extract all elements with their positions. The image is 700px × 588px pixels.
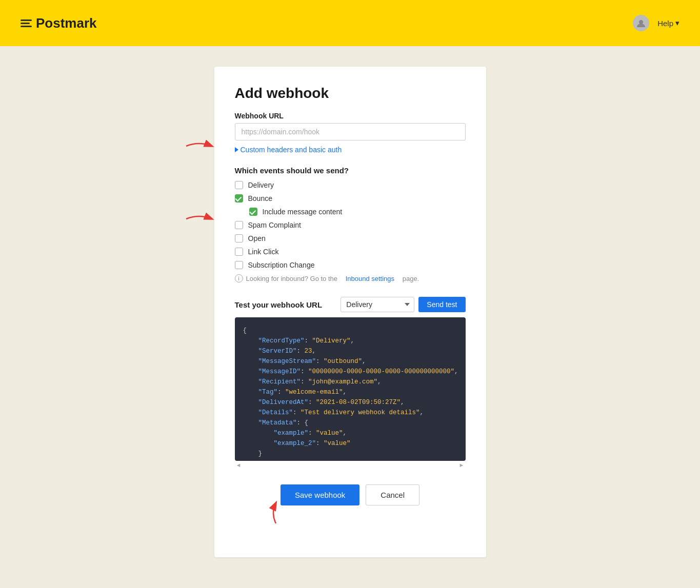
event-row-subscription-change: Subscription Change xyxy=(235,261,466,269)
help-label: Help xyxy=(657,19,673,28)
logo-line-2 xyxy=(21,23,30,24)
code-preview: { "RecordType": "Delivery", "ServerID": … xyxy=(235,317,466,461)
test-header: Test your webhook URL Delivery Bounce Sp… xyxy=(235,297,466,312)
subscription-change-checkbox[interactable] xyxy=(235,261,243,269)
logo: Postmark xyxy=(21,15,97,31)
custom-headers-label: Custom headers and basic auth xyxy=(241,146,342,154)
logo-line-3 xyxy=(21,26,32,27)
include-message-label: Include message content xyxy=(263,208,343,216)
arrow-url xyxy=(184,138,214,156)
avatar-button[interactable] xyxy=(633,15,649,31)
event-row-include-message: Include message content xyxy=(249,208,466,216)
delivery-checkbox[interactable] xyxy=(235,181,243,189)
chevron-down-icon: ▾ xyxy=(675,18,679,28)
test-controls: Delivery Bounce Spam Complaint Open Link… xyxy=(341,297,465,312)
event-row-bounce: Bounce xyxy=(235,194,466,202)
page-background: Add webhook Webhook URL Custom headers a… xyxy=(0,46,700,588)
inbound-note-text: Looking for inbound? Go to the xyxy=(246,275,338,282)
subscription-change-label: Subscription Change xyxy=(248,261,315,269)
top-bar: Postmark Help ▾ xyxy=(0,0,700,46)
webhook-url-input[interactable] xyxy=(235,123,466,140)
link-click-checkbox[interactable] xyxy=(235,248,243,256)
scroll-left: ◄ xyxy=(236,462,242,468)
bounce-checkbox[interactable] xyxy=(235,194,243,202)
inbound-note-text-2: page. xyxy=(403,275,419,282)
logo-line-1 xyxy=(21,19,32,21)
event-row-open: Open xyxy=(235,234,466,242)
bounce-label: Bounce xyxy=(248,194,272,202)
avatar-icon xyxy=(636,18,646,28)
form-title: Add webhook xyxy=(235,85,466,102)
custom-headers-link[interactable]: Custom headers and basic auth xyxy=(235,146,466,154)
inbound-note: i Looking for inbound? Go to the Inbound… xyxy=(235,274,466,282)
inbound-settings-link[interactable]: Inbound settings xyxy=(346,275,394,282)
open-label: Open xyxy=(248,234,266,242)
arrow-bounce xyxy=(184,211,214,229)
include-message-checkbox[interactable] xyxy=(249,208,257,216)
test-title: Test your webhook URL xyxy=(235,300,323,309)
scroll-right: ► xyxy=(459,462,465,468)
test-section: Test your webhook URL Delivery Bounce Sp… xyxy=(235,297,466,468)
logo-text: Postmark xyxy=(36,15,97,31)
triangle-icon xyxy=(235,147,238,152)
spam-checkbox[interactable] xyxy=(235,221,243,229)
arrow-save xyxy=(261,500,291,528)
logo-icon xyxy=(21,19,32,27)
open-checkbox[interactable] xyxy=(235,234,243,242)
help-button[interactable]: Help ▾ xyxy=(657,18,679,28)
header-right: Help ▾ xyxy=(633,15,679,31)
event-type-select[interactable]: Delivery Bounce Spam Complaint Open Link… xyxy=(341,297,414,312)
url-field-label: Webhook URL xyxy=(235,112,466,120)
info-icon: i xyxy=(235,274,243,282)
code-content: { "RecordType": "Delivery", "ServerID": … xyxy=(243,326,457,461)
cancel-button[interactable]: Cancel xyxy=(366,484,419,505)
events-section-title: Which events should we send? xyxy=(235,166,466,175)
spam-label: Spam Complaint xyxy=(248,221,302,229)
event-row-spam: Spam Complaint xyxy=(235,221,466,229)
save-webhook-button[interactable]: Save webhook xyxy=(281,484,359,505)
event-row-delivery: Delivery xyxy=(235,181,466,189)
send-test-button[interactable]: Send test xyxy=(418,297,465,312)
delivery-label: Delivery xyxy=(248,181,274,189)
webhook-form-card: Add webhook Webhook URL Custom headers a… xyxy=(214,67,486,557)
action-row: Save webhook Cancel xyxy=(235,484,466,505)
svg-point-0 xyxy=(639,20,643,24)
link-click-label: Link Click xyxy=(248,248,279,256)
event-row-link-click: Link Click xyxy=(235,248,466,256)
